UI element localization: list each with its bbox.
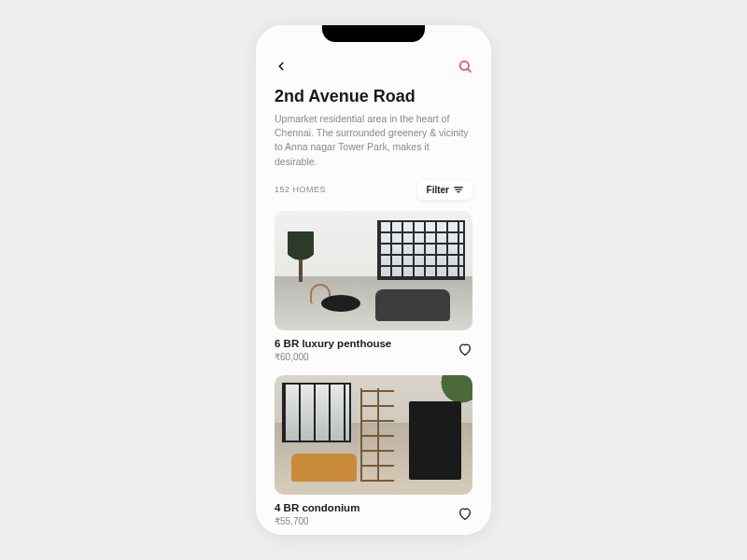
listing-info-row: 4 BR condonium ₹55,700 — [275, 502, 472, 526]
homes-count: 152 HOMES — [275, 185, 326, 194]
back-icon[interactable] — [275, 60, 288, 73]
listing-text: 4 BR condonium ₹55,700 — [275, 502, 359, 526]
device-notch — [322, 25, 425, 42]
page-title: 2nd Avenue Road — [275, 87, 472, 106]
screen: 2nd Avenue Road Upmarket residential are… — [256, 25, 491, 535]
filter-label: Filter — [427, 185, 449, 195]
listing-title: 4 BR condonium — [275, 502, 359, 513]
listing-price: ₹60,000 — [275, 352, 391, 362]
search-icon[interactable] — [458, 59, 472, 74]
heart-icon[interactable] — [458, 343, 472, 357]
phone-frame: 2nd Avenue Road Upmarket residential are… — [256, 25, 491, 535]
listing-price: ₹55,700 — [275, 516, 359, 526]
page-description: Upmarket residential area in the heart o… — [275, 112, 472, 169]
listing-image — [275, 375, 472, 495]
listing-card[interactable]: 4 BR condonium ₹55,700 — [275, 375, 472, 526]
svg-line-1 — [468, 69, 471, 72]
listing-info-row: 6 BR luxury penthouse ₹60,000 — [275, 338, 472, 362]
listing-image — [275, 211, 472, 330]
top-bar — [275, 59, 472, 74]
filter-button[interactable]: Filter — [417, 180, 472, 200]
listing-card[interactable]: 6 BR luxury penthouse ₹60,000 — [275, 211, 472, 362]
heart-icon[interactable] — [458, 507, 472, 521]
meta-row: 152 HOMES Filter — [275, 180, 472, 200]
listing-title: 6 BR luxury penthouse — [275, 338, 391, 349]
listing-text: 6 BR luxury penthouse ₹60,000 — [275, 338, 391, 362]
filter-icon — [454, 185, 463, 195]
